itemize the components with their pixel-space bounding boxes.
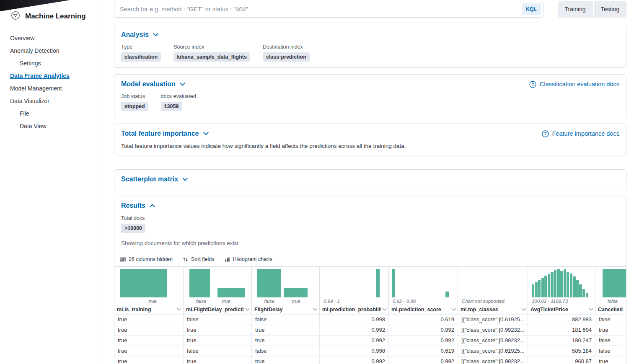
cell-ml.prediction_probabilit[interactable]: 0.992 [320, 336, 389, 346]
search-input[interactable] [120, 6, 522, 13]
sort-fields-button[interactable]: Sort fields [183, 256, 215, 262]
cell-ml.is_training[interactable]: true [114, 336, 184, 346]
docs-link-label: Classification evaluation docs [540, 81, 619, 88]
results-panel: Results Total docs >10000 Showing docume… [114, 196, 626, 364]
cell-ml.prediction_probabilit[interactable]: 0.998 [320, 346, 389, 356]
sidebar-item-data-frame-analytics[interactable]: Data Frame Analytics [0, 70, 103, 82]
total-docs-label: Total docs [121, 215, 619, 221]
cell-ml.top_classes[interactable]: [{"class_score":[0.99232... [458, 325, 528, 335]
cell-ml.top_classes[interactable]: [{"class_score":[0.61925... [458, 315, 528, 325]
cell-FlightDelay[interactable]: false [252, 315, 320, 325]
cell-ml.is_training[interactable]: true [114, 346, 184, 356]
cell-ml.FlightDelay_predictio[interactable]: true [184, 356, 252, 364]
testing-button[interactable]: Testing [594, 1, 626, 18]
cell-ml.prediction_score[interactable]: 0.992 [389, 336, 458, 346]
cell-ml.is_training[interactable]: true [114, 356, 184, 364]
sidebar-item-file[interactable]: File [14, 107, 103, 120]
classification-evaluation-docs-link[interactable]: ? Classification evaluation docs [529, 81, 619, 88]
cell-ml.prediction_probabilit[interactable]: 0.992 [320, 356, 389, 364]
feature-importance-docs-link[interactable]: ? Feature importance docs [542, 130, 619, 137]
scatterplot-matrix-panel-toggle[interactable]: Scatterplot matrix [121, 176, 187, 183]
sidebar-item-data-view[interactable]: Data View [14, 120, 103, 132]
histogram-chart [322, 269, 386, 297]
sidebar-item-data-visualizer[interactable]: Data Visualizer [0, 95, 103, 107]
cell-ml.top_classes[interactable]: [{"class_score":[0.99232... [458, 336, 528, 346]
cell-ml.is_training[interactable]: true [114, 325, 184, 335]
model-evaluation-panel-toggle[interactable]: Model evaluation [121, 80, 184, 88]
training-button[interactable]: Training [558, 1, 593, 18]
histogram-bar [541, 278, 544, 297]
cell-ml.FlightDelay_predictio[interactable]: true [184, 336, 252, 346]
field-value-badge: classification [121, 52, 161, 62]
cell-ml.prediction_score[interactable]: 0.992 [389, 325, 458, 335]
cell-Cancelled[interactable]: true [595, 325, 626, 335]
table-row: truetruetrue0.9920.992[{"class_score":[0… [114, 325, 626, 335]
help-icon: ? [529, 81, 536, 88]
sidebar-item-model-management[interactable]: Model Management [0, 82, 103, 95]
sidebar-item-overview[interactable]: Overview [0, 32, 103, 44]
sidebar-item-anomaly-detection[interactable]: Anomaly Detection [0, 44, 103, 57]
svg-text:?: ? [544, 132, 546, 136]
cell-AvgTicketPrice[interactable]: 180.247 [528, 336, 595, 346]
cell-ml.prediction_score[interactable]: 0.992 [389, 356, 458, 364]
kql-button[interactable]: KQL [522, 3, 541, 15]
cell-AvgTicketPrice[interactable]: 882.983 [528, 315, 595, 325]
cell-FlightDelay[interactable]: true [252, 325, 320, 335]
histogram-labels: Chart not supported. [461, 297, 525, 305]
cell-ml.prediction_probabilit[interactable]: 0.992 [320, 325, 389, 335]
histogram-bar [586, 293, 588, 297]
column-name-ml.top_classes[interactable]: ml.top_classes [458, 305, 528, 314]
docs-link-label: Feature importance docs [552, 130, 619, 137]
cell-AvgTicketPrice[interactable]: 585.184 [528, 346, 595, 356]
sidebar-item-settings[interactable]: Settings [14, 57, 103, 70]
cell-Cancelled[interactable]: false [595, 336, 626, 346]
cell-Cancelled[interactable]: false [595, 346, 626, 356]
cell-ml.FlightDelay_predictio[interactable]: true [184, 325, 252, 335]
analysis-panel-toggle[interactable]: Analysis [121, 31, 158, 39]
cell-FlightDelay[interactable]: true [252, 336, 320, 346]
histogram-bar [567, 272, 569, 297]
cell-Cancelled[interactable]: false [595, 315, 626, 325]
cell-Cancelled[interactable]: true [595, 356, 626, 364]
cell-AvgTicketPrice[interactable]: 181.694 [528, 325, 595, 335]
panel-title: Scatterplot matrix [121, 176, 178, 183]
histogram-charts-button[interactable]: Histogram charts [225, 256, 272, 262]
column-name-ml.FlightDelay_predictio[interactable]: ml.FlightDelay_predictio [184, 305, 251, 314]
column-header-ml.prediction_probabilit: 0.99 - 1ml.prediction_probabilit [320, 267, 389, 314]
cell-FlightDelay[interactable]: false [252, 346, 320, 356]
cell-AvgTicketPrice[interactable]: 960.87 [528, 356, 595, 364]
column-name-ml.prediction_probabilit[interactable]: ml.prediction_probabilit [320, 305, 388, 314]
feature-importance-description: Total feature importance values indicate… [121, 143, 619, 149]
cell-ml.prediction_probabilit[interactable]: 0.998 [320, 315, 389, 325]
feature-importance-panel-toggle[interactable]: Total feature importance [121, 130, 208, 137]
histogram-label: 0.99 - 1 [323, 299, 340, 304]
cell-FlightDelay[interactable]: true [252, 356, 320, 364]
cell-ml.prediction_score[interactable]: 0.619 [389, 315, 458, 325]
column-name-AvgTicketPrice[interactable]: AvgTicketPrice [528, 305, 595, 314]
panel-title: Model evaluation [121, 80, 176, 88]
field-label: docs evaluated [161, 93, 196, 99]
panel-title: Results [121, 202, 145, 209]
columns-hidden-button[interactable]: 26 columns hidden [120, 256, 173, 262]
column-name-label: ml.FlightDelay_predictio [186, 307, 244, 312]
column-name-ml.is_training[interactable]: ml.is_training [114, 305, 183, 314]
histogram-chart [598, 269, 626, 297]
training-testing-toggle: Training Testing [558, 1, 626, 18]
cell-ml.top_classes[interactable]: [{"class_score":[0.61925... [458, 346, 528, 356]
histogram-bar [557, 269, 559, 297]
results-panel-toggle[interactable]: Results [121, 202, 154, 209]
cell-ml.top_classes[interactable]: [{"class_score":[0.99232... [458, 356, 528, 364]
cell-ml.is_training[interactable]: true [114, 315, 184, 325]
table-row: truefalsefalse0.9980.619[{"class_score":… [114, 346, 626, 356]
histogram-labels: true [117, 297, 181, 305]
topbar: KQL Training Testing [114, 1, 626, 18]
scatterplot-matrix-panel: Scatterplot matrix [114, 169, 626, 189]
column-name-Cancelled[interactable]: Cancelled [595, 305, 626, 314]
cell-ml.prediction_score[interactable]: 0.619 [389, 346, 458, 356]
machine-learning-logo-icon [11, 11, 20, 22]
column-name-FlightDelay[interactable]: FlightDelay [252, 305, 319, 314]
search-input-wrapper[interactable]: KQL [114, 1, 543, 18]
cell-ml.FlightDelay_predictio[interactable]: false [184, 315, 252, 325]
column-name-ml.prediction_score[interactable]: ml.prediction_score [389, 305, 458, 314]
cell-ml.FlightDelay_predictio[interactable]: false [184, 346, 252, 356]
